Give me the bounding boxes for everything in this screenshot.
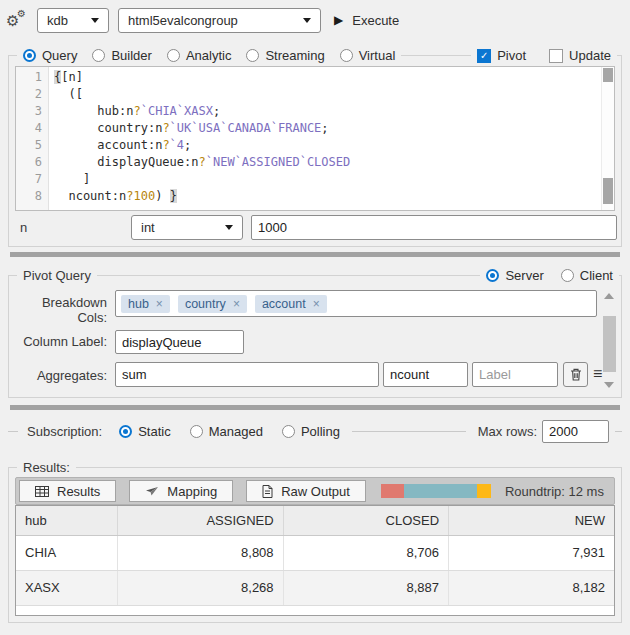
aggregate-column-input[interactable]	[383, 362, 468, 387]
column-header[interactable]: hub	[16, 506, 118, 535]
max-rows-input[interactable]	[542, 420, 609, 443]
reorder-aggregates-icon[interactable]: ≡	[593, 364, 602, 384]
radio-label: Streaming	[265, 48, 324, 63]
gear-icon[interactable]: ⚙ ⚙	[6, 9, 30, 31]
radio-server[interactable]: Server	[486, 268, 543, 283]
code-text: ncount:n?100) }	[49, 188, 177, 205]
code-line: 7 ]	[16, 171, 601, 188]
update-checkbox-label: Update	[569, 48, 611, 63]
results-tabstrip: Results Mapping Raw Output Roundtrip: 12…	[15, 477, 615, 505]
pivot-mode-group: Server Client	[480, 264, 619, 287]
tab-results[interactable]: Results	[19, 480, 116, 502]
line-number: 8	[16, 188, 49, 205]
table-row[interactable]: XASX8,2688,8878,182	[16, 570, 614, 605]
radio-dot	[340, 49, 353, 62]
pivot-scrollbar[interactable]	[602, 290, 617, 391]
code-line: 8 ncount:n?100) }	[16, 188, 601, 205]
tag-label: account	[262, 297, 306, 311]
code-line: 1{[n]	[16, 69, 601, 86]
execute-label: Execute	[352, 13, 399, 28]
scrollbar-thumb[interactable]	[603, 178, 613, 204]
tag-label: hub	[128, 297, 149, 311]
results-table: hubASSIGNEDCLOSEDNEW CHIA8,8088,7067,931…	[16, 506, 614, 606]
code-line: 3 hub:n?`CHIA`XASX;	[16, 103, 601, 120]
table-cell: CHIA	[16, 535, 118, 570]
query-mode-group: Query Builder Analytic Streaming Virtual	[17, 44, 401, 67]
code-text: hub:n?`CHIA`XASX;	[49, 103, 220, 120]
column-header[interactable]: NEW	[449, 506, 614, 535]
breakdown-input[interactable]: hub×country×account×	[115, 290, 597, 317]
line-number: 4	[16, 120, 49, 137]
remove-tag-icon[interactable]: ×	[233, 297, 240, 311]
radio-builder[interactable]: Builder	[92, 48, 151, 63]
connection-name-value: html5evalcongroup	[128, 13, 293, 28]
table-cell: 8,268	[118, 570, 283, 605]
trash-icon	[570, 368, 582, 381]
connection-type-select[interactable]: kdb	[37, 8, 109, 33]
scrollbar-thumb[interactable]	[603, 316, 616, 372]
delete-aggregate-button[interactable]	[563, 362, 588, 387]
document-icon	[262, 485, 273, 498]
table-cell: 8,808	[118, 535, 283, 570]
remove-tag-icon[interactable]: ×	[313, 297, 320, 311]
code-area: 1{[n]2 ([3 hub:n?`CHIA`XASX;4 country:n?…	[16, 69, 601, 205]
code-line: 2 ([	[16, 86, 601, 103]
radio-label: Server	[505, 268, 543, 283]
radio-static[interactable]: Static	[119, 424, 171, 439]
parameter-row: n int	[15, 215, 617, 240]
scroll-up-icon[interactable]	[604, 293, 614, 299]
results-table-body: CHIA8,8088,7067,931XASX8,2688,8878,182	[16, 535, 614, 605]
breakdown-cols-label: Breakdown Cols:	[9, 295, 107, 325]
execute-button[interactable]: ▶ Execute	[334, 13, 399, 28]
chevron-down-icon	[303, 18, 311, 23]
aggregate-function-input[interactable]	[115, 362, 379, 387]
line-number: 2	[16, 86, 49, 103]
subscription-mode-group: Static Managed Polling	[119, 424, 340, 439]
column-label-input[interactable]	[115, 330, 244, 354]
breakdown-tag[interactable]: hub×	[121, 295, 170, 313]
remove-tag-icon[interactable]: ×	[156, 297, 163, 311]
radio-virtual[interactable]: Virtual	[340, 48, 396, 63]
latency-bar	[381, 484, 491, 498]
radio-label: Static	[138, 424, 171, 439]
results-grid: hubASSIGNEDCLOSEDNEW CHIA8,8088,7067,931…	[15, 505, 615, 616]
line-number: 1	[16, 69, 49, 86]
line-number: 7	[16, 171, 49, 188]
tab-mapping[interactable]: Mapping	[129, 480, 233, 502]
breakdown-tag[interactable]: country×	[178, 295, 247, 313]
radio-query[interactable]: Query	[23, 48, 77, 63]
param-type-select[interactable]: int	[131, 215, 243, 240]
column-label-label: Column Label:	[9, 334, 107, 349]
radio-dot	[119, 425, 132, 438]
radio-client[interactable]: Client	[561, 268, 613, 283]
aggregate-label-input[interactable]	[472, 362, 558, 387]
table-row[interactable]: CHIA8,8088,7067,931	[16, 535, 614, 570]
radio-dot	[23, 49, 36, 62]
radio-label: Analytic	[186, 48, 232, 63]
code-text: {[n]	[49, 69, 83, 86]
splitter-handle[interactable]	[10, 252, 620, 257]
pivot-checkbox[interactable]: ✓ Pivot	[477, 48, 526, 63]
code-text: account:n?`4;	[49, 137, 191, 154]
scroll-down-icon[interactable]	[604, 382, 614, 388]
scrollbar-thumb[interactable]	[603, 68, 613, 82]
breakdown-tag[interactable]: account×	[255, 295, 327, 313]
connection-name-select[interactable]: html5evalcongroup	[118, 8, 321, 33]
tab-raw-output[interactable]: Raw Output	[246, 480, 366, 502]
results-legend: Results:	[23, 460, 70, 475]
radio-polling[interactable]: Polling	[282, 424, 340, 439]
splitter-handle[interactable]	[10, 405, 620, 410]
param-value-input[interactable]	[251, 215, 617, 240]
code-editor[interactable]: 1{[n]2 ([3 hub:n?`CHIA`XASX;4 country:n?…	[15, 66, 615, 211]
radio-managed[interactable]: Managed	[190, 424, 263, 439]
table-cell: 7,931	[449, 535, 614, 570]
radio-streaming[interactable]: Streaming	[246, 48, 324, 63]
latency-segment	[404, 484, 477, 498]
column-header[interactable]: ASSIGNED	[118, 506, 283, 535]
radio-label: Builder	[111, 48, 151, 63]
table-cell: 8,706	[283, 535, 448, 570]
editor-scrollbar[interactable]	[601, 67, 614, 210]
radio-analytic[interactable]: Analytic	[167, 48, 232, 63]
update-checkbox[interactable]: Update	[549, 48, 611, 63]
column-header[interactable]: CLOSED	[283, 506, 448, 535]
